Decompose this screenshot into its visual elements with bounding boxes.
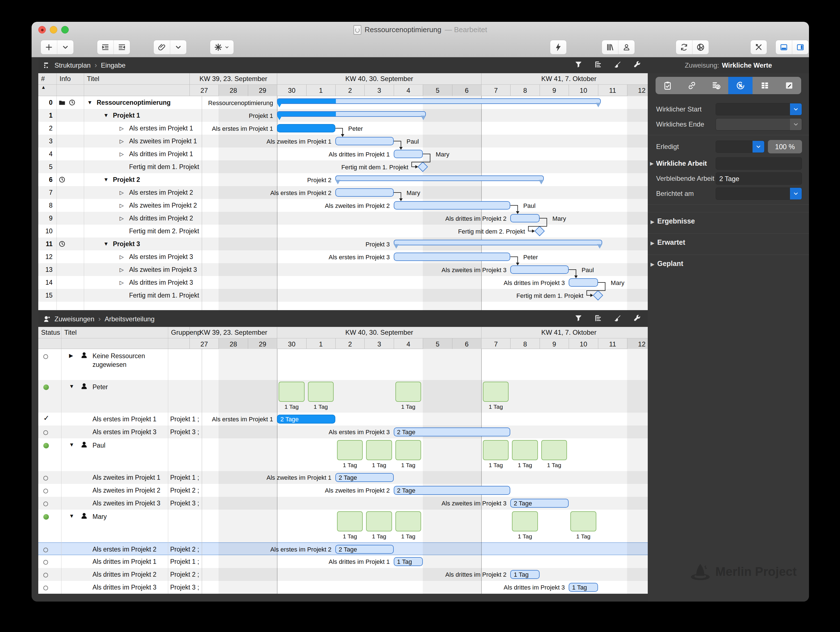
- toolbar-button[interactable]: [170, 40, 186, 54]
- task-title[interactable]: Als drittes im Projekt 2: [129, 214, 193, 222]
- disclosure-triangle[interactable]: [120, 254, 124, 260]
- assignment-title[interactable]: Als zweites im Projekt 3: [93, 500, 160, 507]
- disclosure-triangle[interactable]: [103, 241, 109, 247]
- task-bar[interactable]: [335, 188, 394, 197]
- toolbar-button[interactable]: [41, 40, 57, 54]
- workload-box[interactable]: [483, 381, 508, 402]
- workload-box[interactable]: [570, 511, 596, 531]
- gantt-row[interactable]: 6Projekt 2Projekt 2: [38, 173, 648, 186]
- disclosure-triangle[interactable]: [120, 189, 124, 196]
- gantt-row[interactable]: 15Fertig mit dem 1. ProjektFertig mit de…: [38, 289, 648, 302]
- gantt-row[interactable]: 5Fertig mit dem 1. ProjektFertig mit dem…: [38, 161, 648, 173]
- workload-box[interactable]: [308, 381, 334, 402]
- gantt-row[interactable]: 0RessourcenoptimierungRessourcenoptimier…: [38, 96, 648, 109]
- task-title[interactable]: Projekt 1: [113, 112, 140, 119]
- workload-box[interactable]: [541, 440, 567, 460]
- workload-box[interactable]: [395, 440, 421, 460]
- gantt-row[interactable]: 7Als erstes im Projekt 2Als erstes im Pr…: [38, 186, 648, 199]
- pane-tool[interactable]: [633, 61, 641, 70]
- assignment-row[interactable]: Als erstes im Projekt 2Projekt 2 ;Als er…: [38, 542, 648, 555]
- assignment-bar[interactable]: 2 Tage: [394, 486, 510, 495]
- disclosure-triangle[interactable]: [120, 151, 124, 157]
- inspector-tab-actuals-icon[interactable]: [728, 77, 753, 94]
- gantt-row[interactable]: 1Projekt 1Projekt 1: [38, 109, 648, 122]
- assignment-title[interactable]: Als drittes im Projekt 2: [93, 571, 156, 578]
- workload-box[interactable]: [337, 511, 363, 531]
- disclosure-triangle[interactable]: [120, 279, 124, 286]
- task-title[interactable]: Als drittes im Projekt 1: [129, 150, 193, 158]
- assignment-row[interactable]: Als drittes im Projekt 2Projekt 2 ;Als d…: [38, 568, 648, 581]
- assignment-bar[interactable]: 2 Tage: [335, 545, 394, 554]
- milestone-diamond[interactable]: [593, 290, 603, 301]
- pane-tool[interactable]: [633, 314, 641, 324]
- pane-tool[interactable]: [614, 314, 622, 324]
- assignment-row[interactable]: Keine Ressourcen zugewiesen: [38, 349, 648, 380]
- summary-bar[interactable]: [335, 175, 544, 185]
- assignment-title[interactable]: Als erstes im Projekt 3: [93, 428, 156, 436]
- toolbar-button[interactable]: [97, 40, 114, 54]
- toolbar-button[interactable]: [550, 40, 567, 54]
- disclosure-triangle[interactable]: [69, 383, 74, 389]
- assignment-bar[interactable]: 1 Tag: [394, 557, 423, 566]
- dropdown-button[interactable]: [790, 103, 802, 115]
- assignment-row[interactable]: Als erstes im Projekt 3Projekt 3 ;Als er…: [38, 426, 648, 438]
- field-input[interactable]: [716, 118, 802, 131]
- summary-bar[interactable]: [277, 111, 426, 121]
- gantt-row[interactable]: 14Als drittes im Projekt 3Als drittes im…: [38, 276, 648, 289]
- assignment-row[interactable]: Als drittes im Projekt 3Projekt 3 ;Als d…: [38, 581, 648, 594]
- pane-tool[interactable]: [575, 314, 583, 324]
- task-title[interactable]: Ressourcenoptimierung: [97, 99, 171, 106]
- assignment-bar[interactable]: 2 Tage: [335, 473, 394, 482]
- task-bar[interactable]: [568, 278, 598, 287]
- task-bar[interactable]: [510, 265, 568, 274]
- field-input[interactable]: [716, 140, 764, 153]
- gantt-row[interactable]: 9Als drittes im Projekt 2Als drittes im …: [38, 212, 648, 225]
- inspector-tab-link-icon[interactable]: [680, 77, 704, 94]
- gantt-row[interactable]: 3Als zweites im Projekt 1Als zweites im …: [38, 135, 648, 148]
- assignment-title[interactable]: Als erstes im Projekt 1: [93, 416, 156, 423]
- inspector-tab-clipboard-icon[interactable]: [655, 77, 680, 94]
- percent-button[interactable]: 100 %: [768, 140, 802, 153]
- task-title[interactable]: Als zweites im Projekt 1: [129, 137, 197, 145]
- breadcrumb-item[interactable]: Arbeitsverteilung: [104, 315, 155, 323]
- task-bar[interactable]: [335, 137, 394, 145]
- assignment-row[interactable]: ✓Als erstes im Projekt 1Projekt 1 ;Als e…: [38, 413, 648, 426]
- toolbar-button[interactable]: [776, 40, 792, 54]
- assignment-title[interactable]: Als drittes im Projekt 3: [93, 584, 156, 591]
- inspector-section[interactable]: ▶ Ergebnisse: [648, 212, 809, 233]
- task-title[interactable]: Fertig mit dem 2. Projekt: [129, 227, 199, 235]
- dropdown-button[interactable]: [753, 141, 764, 153]
- task-title[interactable]: Als erstes im Projekt 2: [129, 189, 193, 196]
- assignment-title[interactable]: Als zweites im Projekt 1: [93, 474, 160, 481]
- toolbar-button[interactable]: [57, 40, 74, 54]
- assignment-title[interactable]: Als erstes im Projekt 2: [93, 546, 156, 553]
- disclosure-triangle[interactable]: ▶: [651, 219, 654, 225]
- gantt-row[interactable]: 12Als erstes im Projekt 3Als erstes im P…: [38, 251, 648, 263]
- toolbar-button[interactable]: [792, 40, 808, 54]
- breadcrumb[interactable]: Zuweisungen›Arbeitsverteilung: [38, 315, 155, 323]
- workload-box[interactable]: [337, 440, 363, 460]
- assignment-bar[interactable]: 2 Tage: [394, 427, 510, 437]
- disclosure-triangle[interactable]: [120, 266, 124, 273]
- inspector-section[interactable]: ▶ Geplant: [648, 255, 809, 275]
- disclosure-triangle[interactable]: [120, 215, 124, 222]
- breadcrumb-item[interactable]: Zuweisungen: [54, 315, 95, 323]
- assignment-row[interactable]: Als zweites im Projekt 1Projekt 1 ;Als z…: [38, 471, 648, 484]
- field-input[interactable]: [716, 103, 802, 115]
- breadcrumb-item[interactable]: Strukturplan: [54, 61, 90, 69]
- gantt-row[interactable]: 13Als zweites im Projekt 3Als zweites im…: [38, 263, 648, 276]
- breadcrumb-item[interactable]: Eingabe: [101, 61, 125, 69]
- toolbar-button[interactable]: [751, 40, 767, 54]
- workload-box[interactable]: [366, 440, 392, 460]
- assignment-title[interactable]: Als zweites im Projekt 2: [93, 487, 160, 494]
- workload-box[interactable]: [279, 381, 304, 402]
- workload-box[interactable]: [395, 381, 421, 402]
- disclosure-triangle[interactable]: ▶: [651, 240, 654, 246]
- workload-box[interactable]: [395, 511, 421, 531]
- task-title[interactable]: Projekt 3: [113, 240, 140, 248]
- disclosure-triangle[interactable]: [120, 125, 124, 132]
- toolbar-button[interactable]: [602, 40, 618, 54]
- workload-box[interactable]: [512, 511, 538, 531]
- assignment-bar[interactable]: 1 Tag: [510, 570, 539, 579]
- assignment-bar[interactable]: 2 Tage: [510, 499, 568, 507]
